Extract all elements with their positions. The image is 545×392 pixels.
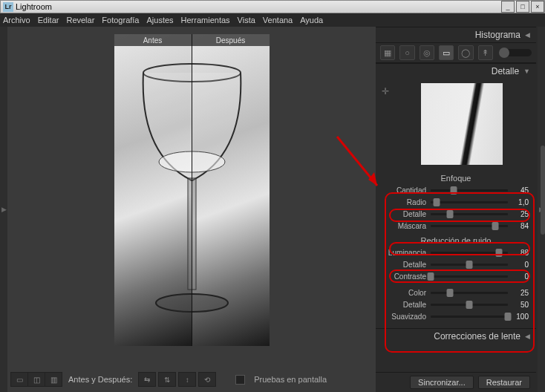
- menu-item-ajustes[interactable]: Ajustes: [146, 16, 173, 24]
- app-badge: Lr: [3, 2, 13, 12]
- slider-label: Color: [383, 289, 426, 297]
- reset-compare-icon[interactable]: ⟲: [198, 372, 216, 387]
- slider-label: Contraste: [383, 272, 426, 281]
- slider-label: Detalle: [383, 210, 426, 218]
- glass-image-after: [129, 50, 255, 333]
- slider-value[interactable]: 88: [512, 249, 529, 257]
- menu-item-ayuda[interactable]: Ayuda: [300, 16, 323, 24]
- view-single-icon[interactable]: ▭: [11, 373, 28, 386]
- slider-track[interactable]: [431, 316, 508, 318]
- slider-track[interactable]: [431, 292, 508, 294]
- right-panel: Histograma ◀ ▦ ○ ◎ ▭ ◯ ↟ Detalle ▼ ✛ Enf…: [376, 27, 538, 392]
- window-title: Lightroom: [16, 2, 52, 11]
- slider-value[interactable]: 25: [512, 210, 529, 218]
- before-after-label: Antes y Después:: [68, 375, 132, 384]
- panel-scrollbar[interactable]: [541, 146, 545, 235]
- slider-value[interactable]: 0: [512, 272, 529, 281]
- slider-knob[interactable]: [492, 222, 499, 230]
- copy-settings-icon[interactable]: ↕: [178, 372, 196, 387]
- slider-value[interactable]: 1,0: [512, 198, 529, 206]
- slider-noise-lum-luminancia: Luminancia88: [383, 246, 529, 258]
- slider-track[interactable]: [431, 189, 508, 192]
- slider-knob[interactable]: [434, 198, 440, 206]
- crop-tool-icon[interactable]: ▦: [380, 45, 395, 60]
- slider-noise-col-detalle: Detalle50: [383, 298, 529, 310]
- slider-knob[interactable]: [428, 272, 434, 281]
- menubar: Archivo Editar Revelar Fotografía Ajuste…: [0, 13, 545, 27]
- window-maximize-button[interactable]: □: [516, 1, 529, 13]
- menu-item-ventana[interactable]: Ventana: [263, 16, 293, 24]
- slider-knob[interactable]: [451, 186, 457, 195]
- window-close-button[interactable]: ×: [531, 1, 544, 13]
- slider-knob[interactable]: [466, 301, 473, 309]
- slider-knob[interactable]: [447, 289, 454, 297]
- slider-knob[interactable]: [505, 313, 512, 321]
- view-mode-group: ▭ ◫ ▥: [10, 372, 62, 387]
- chevron-right-icon: ▶: [1, 206, 7, 213]
- tool-strip: ▦ ○ ◎ ▭ ◯ ↟: [376, 42, 536, 63]
- slider-label: Radio: [383, 198, 426, 206]
- reset-button[interactable]: Restaurar: [478, 376, 530, 389]
- menu-item-revelar[interactable]: Revelar: [66, 16, 94, 24]
- slider-track[interactable]: [431, 213, 508, 215]
- bottom-toolbar: ▭ ◫ ▥ Antes y Después: ⇆ ⇅ ↕ ⟲ Pruebas e…: [10, 370, 373, 389]
- detail-panel-header[interactable]: Detalle ▼: [376, 63, 536, 79]
- slider-track[interactable]: [431, 252, 508, 254]
- menu-item-archivo[interactable]: Archivo: [3, 16, 30, 24]
- chevron-left-icon: ◀: [525, 31, 530, 39]
- slider-track[interactable]: [431, 275, 508, 278]
- slider-label: Detalle: [383, 301, 426, 309]
- slider-value[interactable]: 50: [512, 301, 529, 309]
- slider-value[interactable]: 45: [512, 186, 529, 195]
- slider-value[interactable]: 84: [512, 222, 529, 230]
- noise-section-title: Reducción de ruido: [376, 236, 536, 245]
- swap-vertical-icon[interactable]: ⇅: [158, 372, 176, 387]
- after-pane: Después: [192, 34, 270, 346]
- slider-knob[interactable]: [495, 249, 502, 257]
- slider-track[interactable]: [431, 264, 508, 266]
- window-minimize-button[interactable]: _: [501, 1, 515, 13]
- slider-sharpen-detalle: Detalle25: [383, 208, 529, 220]
- slider-label: Luminancia: [383, 249, 426, 257]
- slider-value[interactable]: 0: [512, 261, 529, 269]
- menu-item-fotografia[interactable]: Fotografía: [102, 16, 139, 24]
- menu-item-herramientas[interactable]: Herramientas: [181, 16, 230, 24]
- view-compare-icon[interactable]: ▥: [45, 373, 62, 386]
- sync-button[interactable]: Sincronizar...: [410, 376, 474, 389]
- slider-track[interactable]: [431, 225, 508, 227]
- grad-tool-icon[interactable]: ▭: [439, 45, 454, 60]
- image-canvas[interactable]: Antes Desp: [10, 31, 373, 365]
- tool-switch[interactable]: [500, 49, 532, 56]
- window-titlebar: Lr Lightroom _ □ ×: [0, 0, 545, 13]
- softproof-label: Pruebas en pantalla: [254, 375, 327, 384]
- slider-knob[interactable]: [447, 210, 454, 218]
- detail-zoom-preview[interactable]: [421, 83, 503, 165]
- slider-value[interactable]: 100: [512, 313, 529, 321]
- slider-track[interactable]: [431, 304, 508, 306]
- before-label: Antes: [114, 34, 192, 46]
- left-panel-toggle[interactable]: ▶: [0, 27, 7, 392]
- slider-value[interactable]: 25: [512, 289, 529, 297]
- slider-noise-col-color: Color25: [383, 287, 529, 298]
- spot-tool-icon[interactable]: ○: [399, 45, 414, 60]
- swap-horizontal-icon[interactable]: ⇆: [138, 372, 156, 387]
- histogram-panel-header[interactable]: Histograma ◀: [376, 27, 536, 42]
- svg-rect-8: [189, 178, 196, 290]
- chevron-down-icon: ▼: [523, 68, 530, 75]
- slider-noise-lum-contraste: Contraste0: [383, 270, 529, 282]
- radial-tool-icon[interactable]: ◯: [458, 45, 473, 60]
- sharpen-section-title: Enfoque: [376, 174, 536, 183]
- slider-knob[interactable]: [466, 261, 473, 269]
- softproof-checkbox[interactable]: [235, 375, 245, 385]
- slider-label: Cantidad: [383, 186, 426, 195]
- detail-target-icon[interactable]: ✛: [382, 86, 389, 97]
- slider-sharpen-máscara: Máscara84: [383, 220, 529, 232]
- menu-item-editar[interactable]: Editar: [38, 16, 59, 24]
- brush-tool-icon[interactable]: ↟: [478, 45, 493, 60]
- redeye-tool-icon[interactable]: ◎: [420, 45, 434, 60]
- slider-track[interactable]: [431, 201, 508, 203]
- lens-panel-header[interactable]: Correcciones de lente ◀: [376, 328, 536, 344]
- slider-noise-lum-detalle: Detalle0: [383, 258, 529, 270]
- view-split-icon[interactable]: ◫: [28, 373, 45, 386]
- menu-item-vista[interactable]: Vista: [238, 16, 255, 24]
